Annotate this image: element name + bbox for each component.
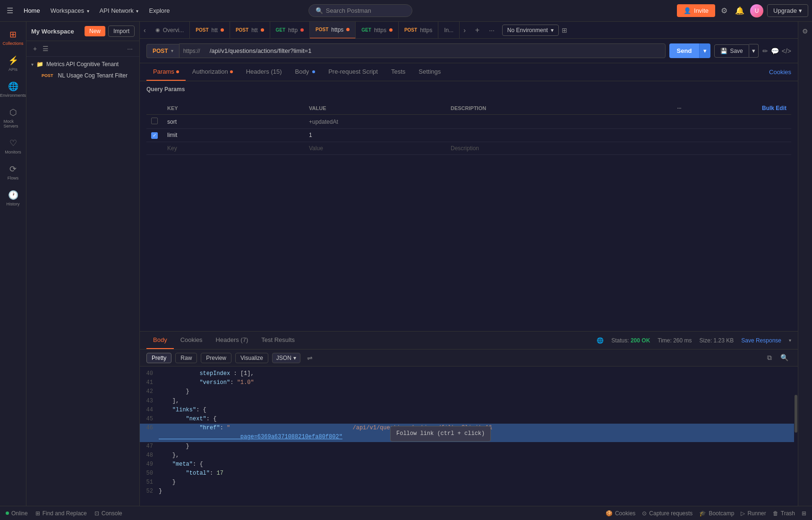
edit-icon[interactable]: ✏ xyxy=(762,47,768,55)
code-icon[interactable]: </> xyxy=(782,47,791,55)
save-response-button[interactable]: Save Response xyxy=(741,337,781,344)
wrap-lines-icon[interactable]: ⇌ xyxy=(304,353,316,363)
collection-item[interactable]: ▾ 📁 Metrics API Cognitive Tenant xyxy=(26,59,139,70)
tab-post-1[interactable]: POST htt xyxy=(190,22,230,39)
url-input[interactable] xyxy=(204,44,665,58)
upgrade-button[interactable]: Upgrade ▾ xyxy=(767,4,808,17)
runner-button[interactable]: ▷ Runner xyxy=(741,510,766,517)
nav-workspaces[interactable]: Workspaces ▾ xyxy=(46,5,94,16)
nav-explore[interactable]: Explore xyxy=(144,5,174,16)
env-selector-label: No Environment xyxy=(507,27,548,34)
comment-icon[interactable]: 💬 xyxy=(771,47,779,55)
resp-tab-body[interactable]: Body xyxy=(146,332,174,349)
param-key-new[interactable] xyxy=(167,145,299,152)
send-button[interactable]: Send xyxy=(669,43,700,58)
tab-post-2[interactable]: POST htt xyxy=(230,22,270,39)
nav-home[interactable]: Home xyxy=(19,5,45,16)
code-line-50: 50 "total": 17 xyxy=(140,469,798,478)
param-key-sort[interactable] xyxy=(167,119,299,125)
tab-tests[interactable]: Tests xyxy=(385,63,412,81)
save-dropdown-button[interactable]: ▾ xyxy=(749,44,759,58)
cookies-status-button[interactable]: 🍪 Cookies xyxy=(606,510,635,517)
copy-icon[interactable]: ⧉ xyxy=(764,352,775,363)
tab-post-3[interactable]: POST https xyxy=(310,22,356,39)
nav-api-network[interactable]: API Network ▾ xyxy=(95,5,144,16)
bell-icon[interactable]: 🔔 xyxy=(733,4,746,17)
format-pretty-button[interactable]: Pretty xyxy=(146,353,171,363)
format-preview-button[interactable]: Preview xyxy=(201,353,231,363)
layout-button[interactable]: ⊞ xyxy=(802,510,806,517)
new-button[interactable]: New xyxy=(85,26,105,36)
resp-tab-headers[interactable]: Headers (7) xyxy=(209,332,255,349)
console-button[interactable]: ⊡ Console xyxy=(94,510,122,517)
layout-icon[interactable]: ⚙ xyxy=(800,26,810,37)
format-raw-button[interactable]: Raw xyxy=(175,353,197,363)
search-bar[interactable]: 🔍 Search Postman xyxy=(308,4,412,17)
scrollbar-thumb[interactable] xyxy=(795,395,797,433)
code-line-44: 44 "links": { xyxy=(140,406,798,415)
save-button[interactable]: 💾 Save xyxy=(714,44,749,58)
tab-get-2[interactable]: GET https xyxy=(356,22,399,39)
send-dropdown-button[interactable]: ▾ xyxy=(699,43,710,58)
invite-button[interactable]: 👤 Invite xyxy=(677,4,715,17)
params-label: Params xyxy=(153,68,174,75)
request-item[interactable]: POST NL Usage Cog Tenant Filter xyxy=(26,70,139,81)
add-collection-icon[interactable]: + xyxy=(31,44,39,53)
param-checkbox-limit[interactable]: ✓ xyxy=(151,132,158,139)
env-selector[interactable]: No Environment ▾ xyxy=(502,25,559,36)
online-status[interactable]: Online xyxy=(6,510,28,517)
sidebar-item-mock-servers[interactable]: ⬡ Mock Servers xyxy=(2,103,25,132)
import-button[interactable]: Import xyxy=(108,26,135,37)
env-settings-icon[interactable]: ⊞ xyxy=(559,26,570,34)
tab-nav-left[interactable]: ‹ xyxy=(140,26,150,34)
tab-in[interactable]: In... xyxy=(438,22,460,39)
param-desc-new[interactable] xyxy=(451,145,667,152)
param-checkbox-sort[interactable] xyxy=(151,118,158,124)
sidebar-item-apis[interactable]: ⚡ APIs xyxy=(2,51,25,76)
tab-overview[interactable]: ◉ Overvi... xyxy=(150,22,190,39)
add-tab-button[interactable]: + xyxy=(470,26,485,34)
filter-icon[interactable]: ☰ xyxy=(41,44,51,53)
more-options-icon[interactable]: ··· xyxy=(677,105,681,111)
format-visualize-button[interactable]: Visualize xyxy=(235,353,268,363)
tab-nav-right[interactable]: › xyxy=(460,26,470,34)
sidebar-item-history[interactable]: 🕐 History xyxy=(2,186,25,210)
tab-settings[interactable]: Settings xyxy=(412,63,447,81)
sidebar-item-monitors[interactable]: ♡ Monitors xyxy=(2,134,25,158)
settings-icon[interactable]: ⚙ xyxy=(719,4,729,17)
param-value-sort[interactable] xyxy=(309,119,441,125)
content-area: POST ▾ https:// Send ▾ xyxy=(140,39,798,506)
tab-get-1[interactable]: GET http xyxy=(270,22,310,39)
capture-requests-button[interactable]: ⊙ Capture requests xyxy=(642,510,692,517)
tab-post-4[interactable]: POST https xyxy=(399,22,438,39)
cookies-link[interactable]: Cookies xyxy=(769,68,791,76)
hamburger-menu[interactable]: ☰ xyxy=(4,4,16,17)
sidebar-item-environments[interactable]: 🌐 Environments xyxy=(2,77,25,102)
tab-more-button[interactable]: ··· xyxy=(485,26,498,34)
tab-headers[interactable]: Headers (15) xyxy=(239,63,289,81)
sidebar-item-collections[interactable]: ⊞ Collections xyxy=(2,26,25,50)
tab-pre-request[interactable]: Pre-request Script xyxy=(322,63,385,81)
param-value-new[interactable] xyxy=(309,145,441,152)
param-key-limit[interactable] xyxy=(167,132,299,138)
trash-label: Trash xyxy=(781,510,795,517)
json-format-selector[interactable]: JSON ▾ xyxy=(272,353,300,363)
tab-params[interactable]: Params xyxy=(146,63,186,81)
console-icon: ⊡ xyxy=(94,510,99,517)
search-response-icon[interactable]: 🔍 xyxy=(778,352,791,363)
avatar[interactable]: U xyxy=(750,4,763,17)
trash-button[interactable]: 🗑 Trash xyxy=(773,510,795,517)
param-value-limit[interactable] xyxy=(309,132,441,138)
resp-tab-test-results[interactable]: Test Results xyxy=(255,332,301,349)
tab-body[interactable]: Body xyxy=(289,63,322,81)
search-placeholder: Search Postman xyxy=(326,7,371,14)
more-options-icon[interactable]: ··· xyxy=(125,44,135,53)
sidebar-item-flows[interactable]: ⟳ Flows xyxy=(2,160,25,184)
method-selector[interactable]: POST ▾ xyxy=(146,44,179,58)
resp-tab-cookies[interactable]: Cookies xyxy=(174,332,209,349)
tab-authorization[interactable]: Authorization xyxy=(186,63,239,81)
find-replace-button[interactable]: ⊞ Find and Replace xyxy=(35,510,87,517)
bootcamp-button[interactable]: 🎓 Bootcamp xyxy=(699,510,734,517)
bulk-edit-button[interactable]: Bulk Edit xyxy=(762,105,786,111)
save-response-arrow[interactable]: ▾ xyxy=(789,338,791,343)
